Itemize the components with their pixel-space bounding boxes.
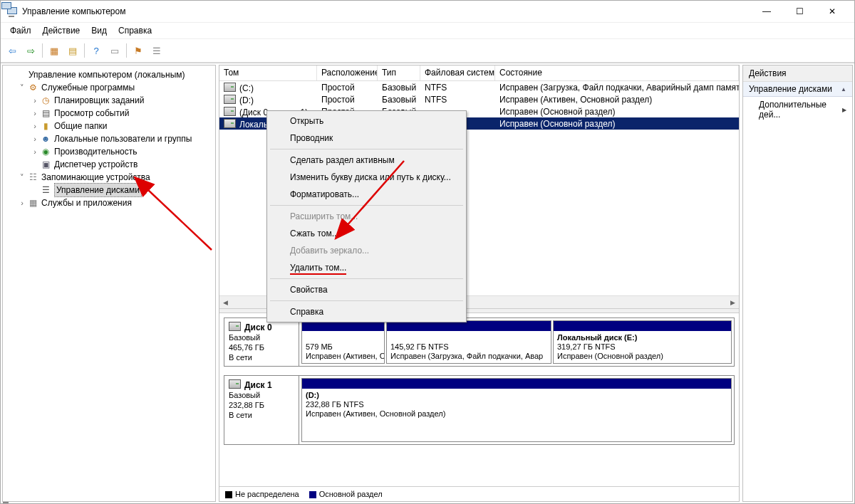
toolbar: ⇦ ⇨ ▦ ▤ ? ▭ ⚑ ☰ [1,38,854,63]
ctx-shrink[interactable]: Сжать том... [269,225,465,242]
tree-item-users[interactable]: ›☻Локальные пользователи и группы [4,132,214,145]
window-title: Управление компьютером [22,6,750,16]
disk0-info: Диск 0 Базовый 465,76 ГБ В сети [224,318,299,366]
legend-unallocated-swatch [225,491,232,498]
context-menu: Открыть Проводник Сделать раздел активны… [266,110,467,322]
computer-icon [14,69,26,80]
ctx-change-letter[interactable]: Изменить букву диска или путь к диску... [269,169,465,186]
tree-item-devices[interactable]: ▣Диспетчер устройств [4,158,214,171]
tree-item-shared[interactable]: ›▮Общие папки [4,120,214,132]
ctx-delete-volume[interactable]: Удалить том... [269,259,465,276]
toolbar-btn-6[interactable]: ☰ [148,42,165,59]
col-volume[interactable]: Том [219,65,317,80]
titlebar: Управление компьютером — ☐ ✕ [1,1,854,23]
performance-icon: ◉ [40,146,51,157]
ctx-extend: Расширить том... [269,208,465,225]
menu-view[interactable]: Вид [86,23,112,38]
ctx-help[interactable]: Справка [269,303,465,320]
col-status[interactable]: Состояние [495,65,739,80]
disk-graphical-area: Диск 0 Базовый 465,76 ГБ В сети 579 МБИс… [219,313,739,486]
storage-icon: ☷ [27,172,38,183]
drive-icon [229,379,241,389]
tree-group-services[interactable]: ›▦Службы и приложения [4,196,214,209]
actions-pane: Действия Управление дисками Дополнительн… [742,65,853,502]
tree-item-disk-mgmt[interactable]: ☰Управление дисками [4,184,214,196]
tree-group-storage[interactable]: ˅☷Запоминающие устройства [4,171,214,184]
tree-item-scheduler[interactable]: ›◷Планировщик заданий [4,94,214,107]
tree-item-events[interactable]: ›▤Просмотр событий [4,107,214,120]
volume-row[interactable]: (D:) Простой Базовый NTFS Исправен (Акти… [219,93,739,105]
forward-button[interactable]: ⇨ [22,42,39,59]
ctx-properties[interactable]: Свойства [269,281,465,298]
help-icon[interactable]: ? [88,42,105,59]
volume-row[interactable]: (C:) Простой Базовый NTFS Исправен (Загр… [219,81,739,93]
drive-icon [224,95,236,104]
disk-block-1: Диск 1 Базовый 232,88 ГБ В сети (D:)232,… [224,375,735,445]
ctx-open[interactable]: Открыть [269,112,465,130]
services-icon: ▦ [27,197,38,209]
device-icon: ▣ [40,159,51,170]
clock-icon: ◷ [40,95,51,106]
close-button[interactable]: ✕ [816,1,849,22]
toolbar-btn-1[interactable]: ▦ [46,42,63,59]
back-button[interactable]: ⇦ [4,42,21,59]
ctx-format[interactable]: Форматировать... [269,186,465,203]
menu-action[interactable]: Действие [38,23,86,38]
minimize-button[interactable]: — [750,1,783,22]
menubar: Файл Действие Вид Справка [1,23,854,38]
menu-file[interactable]: Файл [5,23,36,38]
legend-primary-swatch [309,491,316,498]
tree-pane: Управление компьютером (локальным) ˅⚙Слу… [2,65,216,502]
col-filesystem[interactable]: Файловая система [420,65,495,80]
disk-icon: ☰ [40,184,51,196]
disk-block-0: Диск 0 Базовый 465,76 ГБ В сети 579 МБИс… [224,317,735,367]
tree-root[interactable]: Управление компьютером (локальным) [4,68,214,81]
menu-help[interactable]: Справка [113,23,157,38]
folder-icon: ▮ [40,120,51,132]
ctx-make-active[interactable]: Сделать раздел активным [269,152,465,169]
maximize-button[interactable]: ☐ [783,1,816,22]
partition-d0-1[interactable]: 579 МБИсправен (Активен, О [301,320,385,364]
actions-more[interactable]: Дополнительные дей... [743,97,852,122]
event-icon: ▤ [40,107,51,119]
drive-icon [229,322,241,331]
ctx-explorer[interactable]: Проводник [269,130,465,147]
tools-icon: ⚙ [27,82,38,93]
partition-d0-2[interactable]: 145,92 ГБ NTFSИсправен (Загрузка, Файл п… [386,320,551,364]
col-layout[interactable]: Расположение [317,65,378,80]
drive-icon [224,83,236,92]
col-type[interactable]: Тип [378,65,420,80]
partition-d1-1[interactable]: (D:)232,88 ГБ NTFSИсправен (Активен, Осн… [301,378,732,442]
legend: Не распределена Основной раздел [219,486,739,501]
actions-section[interactable]: Управление дисками [743,82,852,97]
disk1-info: Диск 1 Базовый 232,88 ГБ В сети [224,376,299,444]
ctx-mirror: Добавить зеркало... [269,242,465,259]
volume-list-header: Том Расположение Тип Файловая система Со… [219,65,739,81]
toolbar-btn-4[interactable]: ▭ [106,42,123,59]
drive-icon [224,107,236,116]
drive-icon [224,119,236,128]
actions-title: Действия [743,65,852,82]
toolbar-btn-5[interactable]: ⚑ [130,42,147,59]
users-icon: ☻ [40,133,51,145]
tree-group-system[interactable]: ˅⚙Служебные программы [4,81,214,94]
toolbar-btn-2[interactable]: ▤ [64,42,81,59]
tree-item-performance[interactable]: ›◉Производительность [4,145,214,158]
partition-d0-3[interactable]: Локальный диск (E:)319,27 ГБ NTFSИсправе… [553,320,732,364]
